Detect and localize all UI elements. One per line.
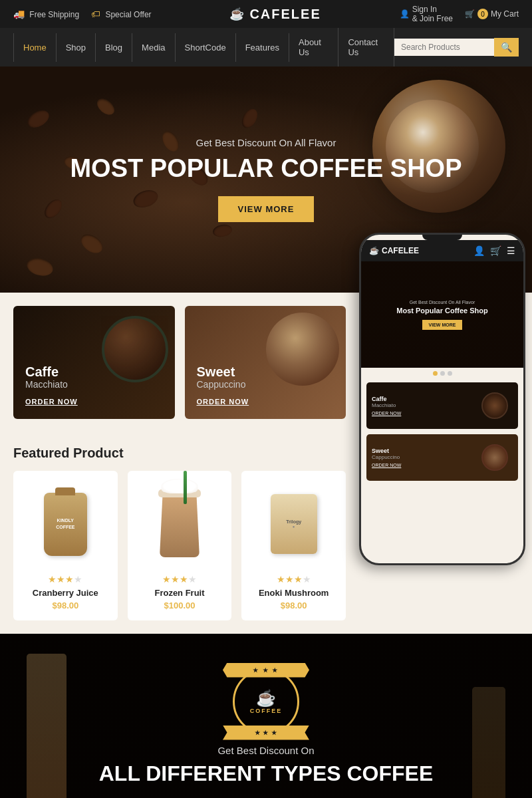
cappuccino-cup-img bbox=[266, 313, 339, 386]
phone-dot-3 bbox=[448, 371, 452, 376]
phone-menu-icon: ☰ bbox=[507, 245, 515, 256]
frappe-cup-body bbox=[160, 491, 200, 557]
phone-card-1-text: Caffe Macchiato ORDER NOW bbox=[372, 396, 471, 416]
phone-cart-icon: 🛒 bbox=[490, 245, 501, 256]
product-3-img: Trilogy● bbox=[251, 481, 336, 567]
top-bar-right: 👤 Sign In & Join Free 🛒 0 My Cart bbox=[400, 5, 519, 23]
promo-2-subtitle: Cappuccino bbox=[197, 379, 249, 390]
nav-shortcode[interactable]: ShortCode bbox=[176, 33, 236, 62]
nav-contact[interactable]: Contact Us bbox=[338, 28, 394, 66]
product-1-img: KINDLYCOFFEE bbox=[23, 481, 108, 567]
hero-subtitle: Get Best Discount On All Flavor bbox=[70, 137, 462, 148]
brand-logo[interactable]: ☕ CAFELEE bbox=[229, 7, 321, 22]
promo-card-cappuccino: Sweet Cappuccino ORDER NOW bbox=[185, 306, 346, 419]
phone-card-2-text: Sweet Cappuccino ORDER NOW bbox=[372, 448, 471, 467]
nav-shop[interactable]: Shop bbox=[57, 33, 96, 62]
phone-carousel-dots bbox=[361, 368, 523, 379]
product-1-name: Cranberry Juice bbox=[23, 588, 108, 598]
pouch-label: Trilogy● bbox=[286, 519, 301, 529]
nav-features[interactable]: Features bbox=[236, 33, 289, 62]
promo-2-text: Sweet Cappuccino ORDER NOW bbox=[197, 364, 249, 407]
product-2-name: Frozen Fruit bbox=[138, 588, 222, 598]
phone-coffee-icon: ☕ bbox=[369, 246, 379, 255]
product-2-stars: ★★★★ bbox=[138, 574, 222, 585]
main-nav: Home Shop Blog Media ShortCode Features … bbox=[0, 28, 532, 66]
product-3-stars: ★★★★ bbox=[251, 574, 336, 585]
hero-view-more-button[interactable]: VIEW MORE bbox=[218, 196, 315, 222]
phone-nav: ☕ CAFELEE 👤 🛒 ☰ bbox=[361, 240, 523, 261]
products-grid: KINDLYCOFFEE ★★★★ Cranberry Juice $98.00 bbox=[13, 471, 346, 620]
phone-card-1: Caffe Macchiato ORDER NOW bbox=[366, 382, 518, 429]
whipped-cream bbox=[162, 479, 198, 493]
hero-title: Most Popular Coffee Shop bbox=[70, 155, 462, 183]
phone-card-1-title: Caffe bbox=[372, 396, 471, 402]
badge-bottom-text: ★ ★ ★ bbox=[255, 730, 277, 736]
product-1-stars: ★★★★ bbox=[23, 574, 108, 585]
phone-card-2-img bbox=[476, 440, 513, 476]
promo-card-macchiato: Caffe Macchiato ORDER NOW bbox=[13, 306, 175, 419]
search-input[interactable] bbox=[394, 39, 494, 56]
phone-hero-btn[interactable]: VIEW MORE bbox=[422, 320, 463, 330]
product-3-name: Enoki Mushroom bbox=[251, 588, 336, 598]
badge-top-text: ★ ★ ★ bbox=[253, 667, 279, 674]
straw bbox=[184, 471, 187, 504]
left-content-area: Caffe Macchiato ORDER NOW Sweet Cappucci… bbox=[0, 293, 359, 634]
cart-icon: 🛒 bbox=[465, 9, 475, 19]
phone-hero-title: Most Popular Coffee Shop bbox=[396, 307, 488, 315]
promo-2-title: Sweet bbox=[197, 364, 249, 379]
truck-icon: 🚚 bbox=[13, 9, 25, 19]
sign-in-link[interactable]: 👤 Sign In & Join Free bbox=[400, 5, 453, 23]
product-2-price: $100.00 bbox=[138, 600, 222, 610]
special-offer-label: 🏷 Special Offer bbox=[91, 9, 152, 19]
frappe-container bbox=[160, 484, 200, 564]
bottom-subtitle: Get Best Discount On bbox=[217, 745, 314, 756]
phone-action-icons: 👤 🛒 ☰ bbox=[473, 245, 515, 256]
bottom-content: ★ ★ ★ ★ ★ ★ ☕ COFFEE Get Best Discount O… bbox=[99, 668, 434, 786]
macchiato-cup-img bbox=[102, 316, 168, 382]
phone-brand: ☕ CAFELEE bbox=[369, 246, 419, 255]
cart-count: 0 bbox=[477, 9, 488, 19]
product-3-price: $98.00 bbox=[251, 600, 336, 610]
coffee-bag-1: KINDLYCOFFEE bbox=[44, 493, 87, 556]
product-1-price: $98.00 bbox=[23, 600, 108, 610]
top-bar-left: 🚚 Free Shipping 🏷 Special Offer bbox=[13, 9, 152, 19]
coffee-badge-container: ★ ★ ★ ★ ★ ★ ☕ COFFEE bbox=[233, 668, 299, 735]
promo-1-order-btn[interactable]: ORDER NOW bbox=[25, 398, 78, 406]
product-2-img bbox=[138, 481, 222, 567]
nav-about[interactable]: About Us bbox=[289, 28, 338, 66]
pouch-bag-1: Trilogy● bbox=[271, 494, 317, 554]
main-content: ☕ CAFELEE 👤 🛒 ☰ Get Best Discount On All… bbox=[0, 293, 532, 634]
tag-icon: 🏷 bbox=[91, 9, 100, 19]
cup-emoji: ☕ bbox=[256, 689, 276, 708]
nav-links: Home Shop Blog Media ShortCode Features … bbox=[13, 28, 394, 66]
phone-dot-2 bbox=[440, 371, 445, 376]
coffee-icon: ☕ bbox=[229, 7, 244, 21]
top-bar: 🚚 Free Shipping 🏷 Special Offer ☕ CAFELE… bbox=[0, 0, 532, 28]
nav-media[interactable]: Media bbox=[132, 33, 175, 62]
phone-card-1-btn[interactable]: ORDER NOW bbox=[372, 411, 471, 416]
promo-2-order-btn[interactable]: ORDER NOW bbox=[197, 398, 249, 406]
nav-home[interactable]: Home bbox=[13, 33, 57, 62]
phone-promo-cards: Caffe Macchiato ORDER NOW Sweet Cappucci… bbox=[361, 379, 523, 489]
mini-cup-2 bbox=[481, 444, 508, 471]
badge-cup-icon: ☕ COFFEE bbox=[250, 689, 283, 714]
product-card-frozen: ★★★★ Frozen Fruit $100.00 bbox=[128, 471, 232, 620]
phone-card-2-btn[interactable]: ORDER NOW bbox=[372, 463, 471, 467]
search-button[interactable]: 🔍 bbox=[494, 38, 519, 57]
phone-card-1-img bbox=[476, 388, 513, 424]
phone-frame: ☕ CAFELEE 👤 🛒 ☰ Get Best Discount On All… bbox=[359, 233, 525, 565]
search-bar: 🔍 bbox=[394, 38, 519, 57]
featured-title: Featured Product bbox=[13, 446, 346, 461]
free-shipping-label: 🚚 Free Shipping bbox=[13, 9, 79, 19]
bottom-coffee-section: ★ ★ ★ ★ ★ ★ ☕ COFFEE Get Best Discount O… bbox=[0, 634, 532, 798]
phone-card-2-title: Sweet bbox=[372, 448, 471, 454]
nav-blog[interactable]: Blog bbox=[96, 33, 132, 62]
phone-card-2-sub: Cappuccino bbox=[372, 454, 471, 460]
bottom-title: All Different Types Coffee bbox=[99, 761, 434, 786]
promo-banners: Caffe Macchiato ORDER NOW Sweet Cappucci… bbox=[0, 293, 359, 432]
phone-screen: ☕ CAFELEE 👤 🛒 ☰ Get Best Discount On All… bbox=[361, 235, 523, 563]
product-card-cranberry: KINDLYCOFFEE ★★★★ Cranberry Juice $98.00 bbox=[13, 471, 118, 620]
coffee-glass-2-decoration bbox=[472, 687, 505, 798]
mobile-mockup: ☕ CAFELEE 👤 🛒 ☰ Get Best Discount On All… bbox=[356, 273, 525, 625]
cart-link[interactable]: 🛒 0 My Cart bbox=[465, 9, 519, 19]
